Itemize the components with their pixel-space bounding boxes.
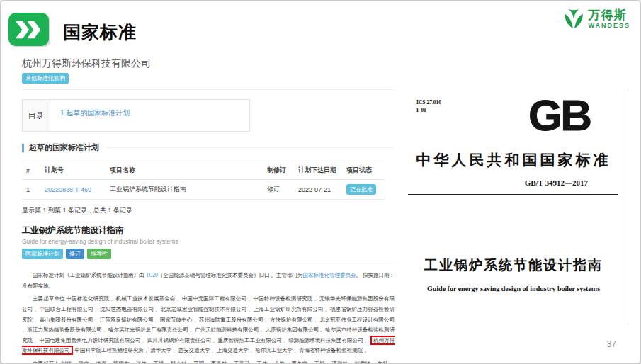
cover-heading: 中华人民共和国国家标准 xyxy=(399,150,628,170)
webpage-screenshot: 杭州万得斯环保科技有限公司 其他标准化机构 目录 1 起草的国家标准计划 起草的… xyxy=(22,57,395,364)
section-heading-text: 起草的国家标准计划 xyxy=(29,142,99,153)
table-row: 1 20220838-T-469 工业锅炉系统节能设计指南 修订 2022-07… xyxy=(22,180,385,200)
ics-group: F 01 xyxy=(416,106,441,114)
col-header-project-name: 项目名称 xyxy=(106,161,263,180)
table-header-row: # 计划号 项目名称 制修订 计划下达日期 项目状态 xyxy=(22,161,385,180)
standard-description: 国家标准计划《工业锅炉系统节能设计指南》由 TC20（全国能源基础与管理标准化技… xyxy=(22,271,395,364)
brand-name-en: WANDESS xyxy=(588,23,630,29)
standard-info-block: 工业锅炉系统节能设计指南 Guide for energy-saving des… xyxy=(22,224,395,259)
brand-logo: 万得斯 WANDESS xyxy=(563,8,630,30)
divider xyxy=(22,89,395,90)
ics-classification: ICS 27.010 F 01 xyxy=(416,98,441,115)
drafting-units-text: 中国科学院工程热物理研究所 、清华大学 、西安交通大学 、上海交通大学 、哈尔滨… xyxy=(74,347,370,353)
plan-number-link[interactable]: 20220838-T-469 xyxy=(45,186,91,193)
toc-box: 目录 1 起草的国家标准计划 xyxy=(22,99,250,132)
col-header-plan-no: 计划号 xyxy=(40,161,106,180)
ics-code: ICS 27.010 xyxy=(416,98,441,106)
drafters-text: 主要起草人 刘韬 、侯睿 、傅强 、笪耀东 、张伟 、王婧 、顾全斌 、苏明 、… xyxy=(22,360,395,364)
page-number: 37 xyxy=(607,339,616,349)
col-header-status: 项目状态 xyxy=(342,161,385,180)
wandess-leaf-icon xyxy=(563,8,584,30)
standard-title: 工业锅炉系统节能设计指南 xyxy=(22,224,395,237)
cell-index: 1 xyxy=(22,180,40,200)
company-name: 杭州万得斯环保科技有限公司 xyxy=(22,57,395,70)
cell-revision: 修订 xyxy=(263,180,294,200)
paragraph-plan-info: 国家标准计划《工业锅炉系统节能设计指南》由 TC20（全国能源基础与管理标准化技… xyxy=(22,271,395,291)
cover-title: 工业锅炉系统节能设计指南 xyxy=(399,256,628,275)
plan-info-text: 国家标准计划《工业锅炉系统节能设计指南》由 xyxy=(33,272,146,278)
section-heading-rule xyxy=(106,147,395,148)
cover-subtitle-en: Guide for energy saving design of indust… xyxy=(399,285,628,292)
badge-national-plan: 国家标准计划 xyxy=(22,249,63,259)
badge-revision: 修订 xyxy=(66,249,84,259)
sac-link[interactable]: 国家标准化管理委员会 xyxy=(302,272,356,278)
toc-label: 目录 xyxy=(23,100,50,131)
company-type-badge: 其他标准化机构 xyxy=(22,73,69,84)
cover-rule xyxy=(408,194,618,195)
drafting-units-text: 主要起草单位 中国标准化研究院 、机械工业技术发展基金会 、中国中元国际工程有限… xyxy=(22,295,395,343)
standard-subtitle-en: Guide for energy-saving design of indust… xyxy=(22,238,395,245)
page-title: 国家标准 xyxy=(63,21,137,44)
standard-number: GB/T 34912—2017 xyxy=(525,178,588,187)
double-chevron-icon xyxy=(8,13,49,46)
section-heading-bar xyxy=(22,144,24,152)
cell-issue-date: 2022-07-21 xyxy=(294,180,342,200)
col-header-index: # xyxy=(22,161,40,180)
section-heading: 起草的国家标准计划 xyxy=(22,142,395,153)
brand-name-cn: 万得斯 xyxy=(588,9,630,21)
gb-logo-icon: GB xyxy=(527,89,592,142)
tc20-link[interactable]: TC20 xyxy=(146,272,158,278)
plans-table: # 计划号 项目名称 制修订 计划下达日期 项目状态 1 20220838-T-… xyxy=(22,161,385,200)
col-header-issue-date: 计划下达日期 xyxy=(294,161,342,180)
plan-info-text: （全国能源基础与管理标准化技术委员会）归口 。主管部门为 xyxy=(158,272,303,278)
gb-logo-text: GB xyxy=(528,91,590,139)
badge-recommended: 推荐性 xyxy=(87,249,111,259)
paragraph-drafting-units: 主要起草单位 中国标准化研究院 、机械工业技术发展基金会 、中国中元国际工程有限… xyxy=(22,294,395,356)
presentation-slide: 国家标准 万得斯 WANDESS 杭州万得斯环保科技有限公司 其他标准化机构 目… xyxy=(0,0,641,364)
toc-link-drafted-plans[interactable]: 1 起草的国家标准计划 xyxy=(60,109,130,117)
paragraph-drafters: 主要起草人 刘韬 、侯睿 、傅强 、笪耀东 、张伟 、王婧 、顾全斌 、苏明 、… xyxy=(22,359,395,364)
cell-project-name: 工业锅炉系统节能设计指南 xyxy=(106,180,263,200)
records-summary: 显示第 1 到第 1 条记录，总共 1 条记录 xyxy=(22,206,395,215)
divider xyxy=(22,266,395,266)
status-badge: 正在批准 xyxy=(346,184,376,195)
col-header-revision: 制修订 xyxy=(263,161,294,180)
standard-cover-page: ICS 27.010 F 01 GB 中华人民共和国国家标准 GB/T 3491… xyxy=(399,89,628,324)
